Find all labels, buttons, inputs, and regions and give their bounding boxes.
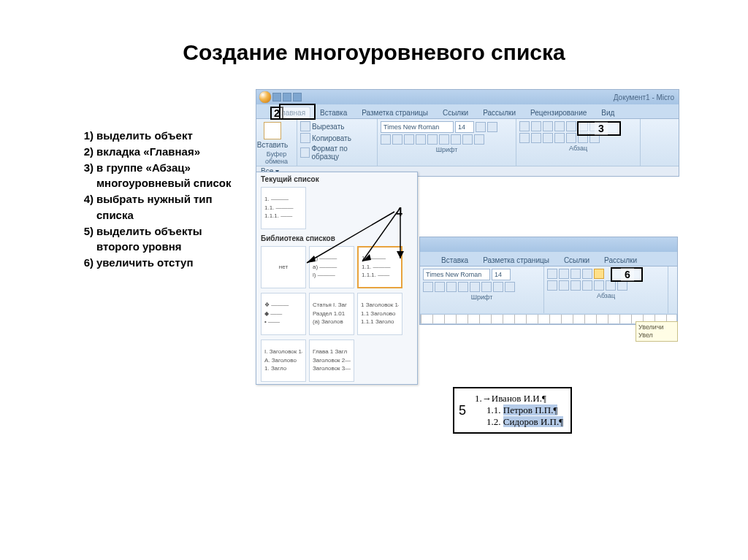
dd-item-4[interactable]: Статья I. Заг Раздел 1.01 (a) Заголов — [309, 293, 354, 335]
ribbon-tabs: Главная Вставка Разметка страницы Ссылки… — [256, 104, 679, 119]
ls-icon-2[interactable] — [594, 280, 604, 291]
underline-icon[interactable] — [404, 134, 414, 145]
dd-line: 1.1.1. —— — [264, 212, 302, 220]
tab-insert[interactable]: Вставка — [315, 107, 352, 118]
italic-icon-2[interactable] — [435, 282, 445, 292]
tab-layout[interactable]: Разметка страницы — [356, 107, 433, 118]
office-button[interactable] — [259, 91, 271, 103]
underline-icon-2[interactable] — [446, 282, 457, 292]
tab2-references[interactable]: Ссылки — [559, 254, 595, 266]
font-group-label: Шрифт — [381, 145, 513, 154]
tab-references[interactable]: Ссылки — [438, 107, 473, 118]
font-name-select[interactable]: Times New Roman — [381, 121, 454, 133]
border-icon-2[interactable] — [617, 280, 627, 291]
align-center-icon[interactable] — [531, 133, 541, 143]
sample-text-selected: Петров П.П.¶ — [503, 404, 558, 415]
tab-view[interactable]: Вид — [596, 107, 619, 118]
al-l-icon-2[interactable] — [547, 280, 557, 291]
bold-icon-2[interactable] — [423, 282, 433, 292]
tab2-insert[interactable]: Вставка — [436, 254, 473, 266]
al-c-icon-2[interactable] — [559, 280, 569, 291]
dd-item-5[interactable]: 1 Заголовок 1— 1.1 Заголово 1.1.1 Заголо — [357, 293, 402, 335]
paragraph-group-label-2: Абзац — [547, 291, 665, 300]
subscript-icon[interactable] — [427, 134, 438, 145]
quick-access-toolbar: Документ1 - Micro — [256, 90, 679, 104]
superscript-icon[interactable] — [439, 134, 449, 145]
sub-icon-2[interactable] — [470, 282, 480, 292]
dd-line: ❖ ——— — [264, 302, 302, 309]
copy-icon[interactable] — [300, 133, 310, 143]
sup-icon-2[interactable] — [481, 282, 492, 292]
tab-review[interactable]: Рецензирование — [525, 107, 592, 118]
dd-line: 1) ——— — [313, 255, 351, 262]
paste-button[interactable]: Вставить — [259, 120, 286, 150]
dd-current-item[interactable]: 1. ——— 1.1. ——— 1.1.1. —— — [261, 187, 306, 229]
cut-label: Вырезать — [312, 123, 344, 131]
multilevel-icon-2[interactable] — [570, 269, 581, 279]
align-right-icon[interactable] — [543, 133, 553, 143]
format-painter-label: Формат по образцу — [311, 145, 374, 161]
dd-line: A. Заголово — [264, 357, 302, 364]
dd-item-1[interactable]: 1) ——— a) ——— i) ——— — [309, 246, 354, 288]
tab-mailings[interactable]: Рассылки — [478, 107, 521, 118]
justify-icon[interactable] — [554, 133, 565, 143]
hl-icon-2[interactable] — [493, 282, 503, 292]
strike-icon-2[interactable] — [458, 282, 468, 292]
al-r-icon-2[interactable] — [570, 280, 581, 291]
bold-icon[interactable] — [381, 134, 391, 145]
bullets-icon[interactable] — [519, 121, 530, 131]
inc-indent-icon-2[interactable] — [594, 269, 604, 279]
dd-item-7[interactable]: Глава 1 Загл Заголовок 2— Заголовок 3— — [309, 340, 354, 382]
save-icon[interactable] — [272, 93, 281, 101]
numbering-icon[interactable] — [531, 121, 541, 131]
color-icon-2[interactable] — [505, 282, 515, 292]
format-painter-icon[interactable] — [300, 147, 310, 158]
font-size-select-2[interactable]: 14 — [492, 269, 511, 280]
bullets-icon-2[interactable] — [547, 269, 557, 279]
cut-icon[interactable] — [300, 121, 310, 131]
decrease-indent-icon[interactable] — [554, 121, 565, 131]
grow-font-icon[interactable] — [476, 122, 486, 132]
sample-num: 1.1. — [486, 404, 501, 415]
dd-current-label: Текущий список — [256, 172, 417, 185]
page-title: Создание многоуровневого списка — [0, 0, 748, 80]
dd-item-3[interactable]: ❖ ——— ◆ —— • —— — [261, 293, 306, 335]
dd-item-2-selected[interactable]: 1. ——— 1.1. ——— 1.1.1. —— — [357, 246, 402, 288]
dd-item-6[interactable]: I. Заголовок 1— A. Заголово 1. Загло — [261, 340, 306, 382]
tab2-layout[interactable]: Разметка страницы — [478, 254, 554, 266]
font-name-select-2[interactable]: Times New Roman — [423, 269, 490, 280]
dd-line: Раздел 1.01 — [313, 310, 351, 318]
dd-line: 1. ——— — [362, 255, 398, 262]
sample-text-selected: Сидоров И.П.¶ — [503, 416, 563, 427]
undo-icon[interactable] — [283, 93, 291, 101]
redo-icon[interactable] — [293, 93, 302, 101]
dd-item-none[interactable]: нет — [261, 246, 306, 288]
dd-line: Глава 1 Загл — [313, 348, 351, 356]
window-title: Документ1 - Micro — [614, 93, 674, 101]
al-j-icon-2[interactable] — [582, 280, 592, 291]
dd-line: i) ——— — [313, 272, 351, 279]
instr-6: увеличить отступ — [96, 255, 194, 271]
align-left-icon[interactable] — [519, 133, 530, 143]
tab2-mailings[interactable]: Рассылки — [599, 254, 642, 266]
callout-2-box — [279, 104, 316, 120]
dec-indent-icon-2[interactable] — [582, 269, 592, 279]
dd-line: 1. Загло — [264, 365, 302, 372]
line-spacing-icon[interactable] — [566, 133, 576, 143]
multilevel-list-icon[interactable] — [543, 121, 553, 131]
dd-line: Заголовок 3— — [313, 365, 351, 372]
shrink-font-icon[interactable] — [487, 122, 497, 132]
highlight-icon[interactable] — [462, 134, 473, 145]
font-color-icon[interactable] — [474, 134, 484, 145]
clear-format-icon[interactable] — [451, 134, 461, 145]
clipboard-group-label: Буфер обмена — [259, 150, 294, 166]
instruction-list: 1)выделить объект 2)вкладка «Главная» 3)… — [80, 128, 241, 271]
strike-icon[interactable] — [416, 134, 426, 145]
font-size-select[interactable]: 14 — [455, 121, 474, 133]
shade-icon-2[interactable] — [606, 280, 616, 291]
italic-icon[interactable] — [392, 134, 402, 145]
dd-line: 1. ——— — [264, 196, 302, 203]
tooltip-increase-indent: Увеличи Увел — [636, 321, 678, 342]
numbering-icon-2[interactable] — [559, 269, 569, 279]
increase-indent-icon[interactable] — [566, 121, 576, 131]
